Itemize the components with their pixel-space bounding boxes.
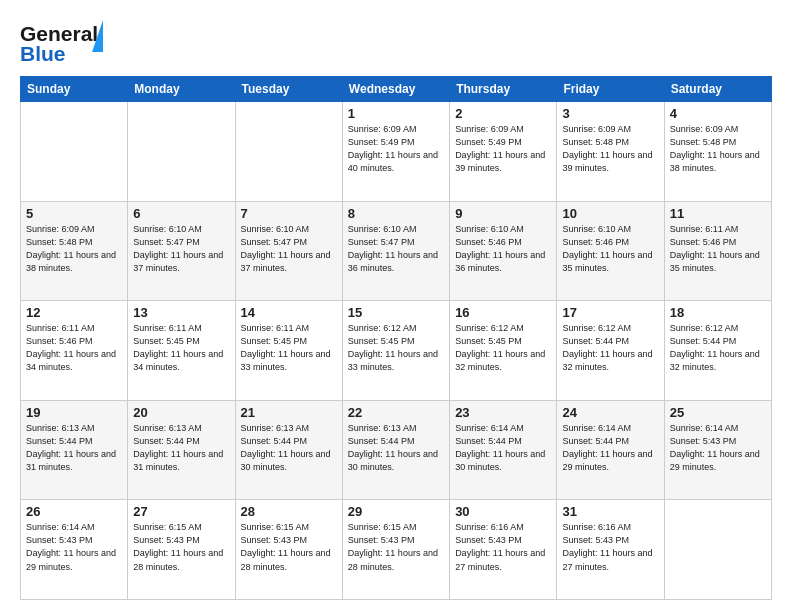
day-info: Sunrise: 6:09 AM Sunset: 5:48 PM Dayligh…: [670, 123, 766, 175]
day-info: Sunrise: 6:09 AM Sunset: 5:49 PM Dayligh…: [455, 123, 551, 175]
day-number: 2: [455, 106, 551, 121]
logo-blue: Blue: [20, 42, 66, 66]
day-number: 11: [670, 206, 766, 221]
header: General Blue: [20, 16, 772, 66]
calendar-cell: 29Sunrise: 6:15 AM Sunset: 5:43 PM Dayli…: [342, 500, 449, 600]
day-info: Sunrise: 6:09 AM Sunset: 5:48 PM Dayligh…: [562, 123, 658, 175]
calendar-cell: 19Sunrise: 6:13 AM Sunset: 5:44 PM Dayli…: [21, 400, 128, 500]
calendar-cell: 28Sunrise: 6:15 AM Sunset: 5:43 PM Dayli…: [235, 500, 342, 600]
col-header-tuesday: Tuesday: [235, 77, 342, 102]
day-info: Sunrise: 6:09 AM Sunset: 5:49 PM Dayligh…: [348, 123, 444, 175]
calendar-cell: 31Sunrise: 6:16 AM Sunset: 5:43 PM Dayli…: [557, 500, 664, 600]
calendar-cell: 24Sunrise: 6:14 AM Sunset: 5:44 PM Dayli…: [557, 400, 664, 500]
calendar-cell: 11Sunrise: 6:11 AM Sunset: 5:46 PM Dayli…: [664, 201, 771, 301]
calendar-cell: 22Sunrise: 6:13 AM Sunset: 5:44 PM Dayli…: [342, 400, 449, 500]
day-number: 23: [455, 405, 551, 420]
day-number: 10: [562, 206, 658, 221]
calendar-cell: [664, 500, 771, 600]
calendar-cell: 13Sunrise: 6:11 AM Sunset: 5:45 PM Dayli…: [128, 301, 235, 401]
day-number: 25: [670, 405, 766, 420]
day-info: Sunrise: 6:12 AM Sunset: 5:44 PM Dayligh…: [562, 322, 658, 374]
day-number: 28: [241, 504, 337, 519]
calendar-cell: 2Sunrise: 6:09 AM Sunset: 5:49 PM Daylig…: [450, 102, 557, 202]
day-number: 20: [133, 405, 229, 420]
day-info: Sunrise: 6:10 AM Sunset: 5:47 PM Dayligh…: [348, 223, 444, 275]
logo-triangle: [92, 20, 103, 52]
day-number: 5: [26, 206, 122, 221]
calendar-table: SundayMondayTuesdayWednesdayThursdayFrid…: [20, 76, 772, 600]
day-info: Sunrise: 6:14 AM Sunset: 5:43 PM Dayligh…: [670, 422, 766, 474]
calendar-cell: 17Sunrise: 6:12 AM Sunset: 5:44 PM Dayli…: [557, 301, 664, 401]
day-info: Sunrise: 6:15 AM Sunset: 5:43 PM Dayligh…: [133, 521, 229, 573]
calendar-cell: 1Sunrise: 6:09 AM Sunset: 5:49 PM Daylig…: [342, 102, 449, 202]
day-info: Sunrise: 6:10 AM Sunset: 5:46 PM Dayligh…: [562, 223, 658, 275]
day-number: 6: [133, 206, 229, 221]
day-number: 4: [670, 106, 766, 121]
day-info: Sunrise: 6:12 AM Sunset: 5:45 PM Dayligh…: [455, 322, 551, 374]
col-header-friday: Friday: [557, 77, 664, 102]
day-info: Sunrise: 6:14 AM Sunset: 5:44 PM Dayligh…: [562, 422, 658, 474]
day-info: Sunrise: 6:14 AM Sunset: 5:44 PM Dayligh…: [455, 422, 551, 474]
week-row-3: 19Sunrise: 6:13 AM Sunset: 5:44 PM Dayli…: [21, 400, 772, 500]
calendar-cell: 21Sunrise: 6:13 AM Sunset: 5:44 PM Dayli…: [235, 400, 342, 500]
day-info: Sunrise: 6:16 AM Sunset: 5:43 PM Dayligh…: [455, 521, 551, 573]
col-header-monday: Monday: [128, 77, 235, 102]
day-info: Sunrise: 6:15 AM Sunset: 5:43 PM Dayligh…: [348, 521, 444, 573]
day-info: Sunrise: 6:10 AM Sunset: 5:46 PM Dayligh…: [455, 223, 551, 275]
day-info: Sunrise: 6:09 AM Sunset: 5:48 PM Dayligh…: [26, 223, 122, 275]
week-row-4: 26Sunrise: 6:14 AM Sunset: 5:43 PM Dayli…: [21, 500, 772, 600]
day-number: 17: [562, 305, 658, 320]
day-number: 16: [455, 305, 551, 320]
day-info: Sunrise: 6:16 AM Sunset: 5:43 PM Dayligh…: [562, 521, 658, 573]
calendar-cell: 10Sunrise: 6:10 AM Sunset: 5:46 PM Dayli…: [557, 201, 664, 301]
calendar-cell: 12Sunrise: 6:11 AM Sunset: 5:46 PM Dayli…: [21, 301, 128, 401]
col-header-thursday: Thursday: [450, 77, 557, 102]
calendar-cell: 5Sunrise: 6:09 AM Sunset: 5:48 PM Daylig…: [21, 201, 128, 301]
week-row-1: 5Sunrise: 6:09 AM Sunset: 5:48 PM Daylig…: [21, 201, 772, 301]
calendar-cell: [235, 102, 342, 202]
day-info: Sunrise: 6:12 AM Sunset: 5:45 PM Dayligh…: [348, 322, 444, 374]
day-info: Sunrise: 6:13 AM Sunset: 5:44 PM Dayligh…: [26, 422, 122, 474]
day-number: 22: [348, 405, 444, 420]
day-number: 7: [241, 206, 337, 221]
day-number: 27: [133, 504, 229, 519]
day-number: 21: [241, 405, 337, 420]
calendar-cell: 18Sunrise: 6:12 AM Sunset: 5:44 PM Dayli…: [664, 301, 771, 401]
week-row-0: 1Sunrise: 6:09 AM Sunset: 5:49 PM Daylig…: [21, 102, 772, 202]
page: General Blue SundayMondayTuesdayWednesda…: [0, 0, 792, 612]
day-number: 30: [455, 504, 551, 519]
calendar-cell: 6Sunrise: 6:10 AM Sunset: 5:47 PM Daylig…: [128, 201, 235, 301]
day-number: 13: [133, 305, 229, 320]
calendar-cell: 23Sunrise: 6:14 AM Sunset: 5:44 PM Dayli…: [450, 400, 557, 500]
day-info: Sunrise: 6:13 AM Sunset: 5:44 PM Dayligh…: [348, 422, 444, 474]
day-number: 24: [562, 405, 658, 420]
logo: General Blue: [20, 16, 110, 66]
day-number: 8: [348, 206, 444, 221]
calendar-cell: [21, 102, 128, 202]
col-header-wednesday: Wednesday: [342, 77, 449, 102]
calendar-cell: 16Sunrise: 6:12 AM Sunset: 5:45 PM Dayli…: [450, 301, 557, 401]
header-row: SundayMondayTuesdayWednesdayThursdayFrid…: [21, 77, 772, 102]
week-row-2: 12Sunrise: 6:11 AM Sunset: 5:46 PM Dayli…: [21, 301, 772, 401]
calendar-cell: 3Sunrise: 6:09 AM Sunset: 5:48 PM Daylig…: [557, 102, 664, 202]
day-info: Sunrise: 6:11 AM Sunset: 5:45 PM Dayligh…: [133, 322, 229, 374]
calendar-cell: [128, 102, 235, 202]
day-number: 3: [562, 106, 658, 121]
day-info: Sunrise: 6:15 AM Sunset: 5:43 PM Dayligh…: [241, 521, 337, 573]
day-number: 18: [670, 305, 766, 320]
calendar-cell: 8Sunrise: 6:10 AM Sunset: 5:47 PM Daylig…: [342, 201, 449, 301]
calendar-cell: 9Sunrise: 6:10 AM Sunset: 5:46 PM Daylig…: [450, 201, 557, 301]
calendar-cell: 4Sunrise: 6:09 AM Sunset: 5:48 PM Daylig…: [664, 102, 771, 202]
day-number: 1: [348, 106, 444, 121]
col-header-saturday: Saturday: [664, 77, 771, 102]
day-info: Sunrise: 6:10 AM Sunset: 5:47 PM Dayligh…: [133, 223, 229, 275]
day-info: Sunrise: 6:14 AM Sunset: 5:43 PM Dayligh…: [26, 521, 122, 573]
day-info: Sunrise: 6:11 AM Sunset: 5:46 PM Dayligh…: [26, 322, 122, 374]
calendar-cell: 27Sunrise: 6:15 AM Sunset: 5:43 PM Dayli…: [128, 500, 235, 600]
day-number: 15: [348, 305, 444, 320]
calendar-cell: 15Sunrise: 6:12 AM Sunset: 5:45 PM Dayli…: [342, 301, 449, 401]
day-number: 14: [241, 305, 337, 320]
calendar-cell: 14Sunrise: 6:11 AM Sunset: 5:45 PM Dayli…: [235, 301, 342, 401]
calendar-cell: 20Sunrise: 6:13 AM Sunset: 5:44 PM Dayli…: [128, 400, 235, 500]
calendar-cell: 7Sunrise: 6:10 AM Sunset: 5:47 PM Daylig…: [235, 201, 342, 301]
